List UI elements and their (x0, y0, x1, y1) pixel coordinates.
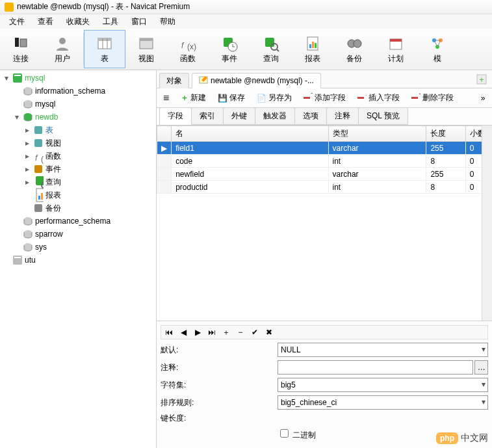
subtab-4[interactable]: 选项 (294, 107, 327, 125)
scrollbar-vertical[interactable] (482, 125, 492, 321)
binary-checkbox[interactable]: 二进制 (278, 430, 316, 440)
cell-name[interactable]: productid (172, 181, 328, 194)
first-button[interactable]: ⏮ (164, 327, 174, 337)
tree-node-报表[interactable]: 报表 (0, 189, 156, 202)
expander-icon[interactable]: ▾ (13, 112, 21, 122)
menu-help[interactable]: 帮助 (153, 16, 182, 27)
menu-tools[interactable]: 工具 (96, 16, 125, 27)
next-button[interactable]: ▶ (192, 327, 203, 337)
cancel-button[interactable]: ✖ (264, 327, 274, 337)
toolbar-query[interactable]: 查询 (250, 29, 292, 70)
tree-node-函数[interactable]: ▸f(x)函数 (0, 150, 156, 163)
minus-button[interactable]: − (235, 327, 246, 337)
cell-length[interactable]: 8 (426, 155, 465, 168)
delete-field-button[interactable]: − 删除字段 (409, 91, 456, 105)
menu-window[interactable]: 窗口 (125, 16, 153, 27)
toolbar-overflow-button[interactable]: » (478, 94, 488, 103)
tables-icon (33, 125, 44, 135)
check-button[interactable]: ✔ (250, 327, 260, 337)
toolbar-model[interactable]: 模 (417, 29, 458, 70)
cell-type[interactable]: varchar (328, 142, 426, 155)
toolbar-report[interactable]: 报表 (292, 29, 333, 70)
subtab-1[interactable]: 索引 (191, 107, 224, 125)
tree-node-查询[interactable]: ▸查询 (0, 176, 156, 189)
tree-node-utu[interactable]: utu (0, 254, 156, 267)
field-row[interactable]: newfieldvarchar2550 (157, 168, 492, 181)
svg-point-22 (354, 40, 361, 47)
last-button[interactable]: ⏭ (207, 327, 217, 337)
toolbar-user[interactable]: 用户 (42, 29, 83, 70)
save-button[interactable]: 💾 保存 (215, 91, 248, 105)
charset-combo[interactable]: big5 (278, 378, 488, 392)
tree-node-mysql[interactable]: mysql (0, 98, 156, 111)
cell-name[interactable]: field1 (172, 142, 328, 155)
comment-ellipsis-button[interactable]: … (474, 360, 488, 375)
column-header[interactable]: 名 (172, 126, 328, 142)
toolbar-table[interactable]: 表 (84, 30, 125, 68)
subtab-2[interactable]: 外键 (223, 107, 255, 125)
cell-type[interactable]: int (328, 155, 426, 168)
svg-rect-14 (265, 38, 274, 47)
toolbar-view[interactable]: 视图 (125, 29, 167, 70)
cell-name[interactable]: newfield (172, 168, 328, 181)
fields-grid[interactable]: 名类型长度小数▶field1varchar2550codeint80newfie… (157, 125, 492, 321)
subtab-6[interactable]: SQL 预览 (358, 107, 408, 125)
add-field-button[interactable]: + 添加字段 (301, 91, 348, 105)
cell-name[interactable]: code (172, 155, 328, 168)
tree-node-事件[interactable]: ▸事件 (0, 163, 156, 176)
tree-node-mysql[interactable]: ▾mysql (0, 72, 156, 85)
designer-menu-button[interactable]: ≡ (161, 91, 172, 105)
cell-length[interactable]: 8 (426, 181, 465, 194)
column-header[interactable]: 类型 (328, 126, 426, 142)
toolbar-event[interactable]: 事件 (209, 29, 250, 70)
field-row[interactable]: ▶field1varchar2550 (157, 142, 492, 155)
cell-length[interactable]: 255 (426, 142, 465, 155)
subtab-3[interactable]: 触发器 (255, 107, 295, 125)
menu-fav[interactable]: 收藏夹 (60, 16, 96, 27)
toolbar-label: 用户 (55, 53, 70, 64)
default-combo[interactable]: NULL (278, 343, 488, 357)
toolbar-func[interactable]: f(x)函数 (167, 29, 209, 70)
save-as-button[interactable]: 📄 另存为 (254, 91, 294, 105)
tree-node-performance_schema[interactable]: performance_schema (0, 215, 156, 228)
tree-node-备份[interactable]: 备份 (0, 202, 156, 215)
db-tree: ▾mysqlinformation_schemamysql▾newdb▸表▸视图… (0, 70, 156, 268)
expander-icon[interactable]: ▾ (3, 73, 10, 83)
menu-file[interactable]: 文件 (3, 16, 31, 27)
cell-length[interactable]: 255 (426, 168, 465, 181)
collation-combo[interactable]: big5_chinese_ci (278, 395, 488, 410)
tab-objects[interactable]: 对象 (159, 73, 189, 88)
tree-node-sys[interactable]: sys (0, 241, 156, 254)
column-header[interactable]: 长度 (426, 126, 465, 142)
tree-node-表[interactable]: ▸表 (0, 124, 156, 137)
subtab-0[interactable]: 字段 (159, 107, 192, 125)
expander-icon[interactable]: ▸ (23, 178, 31, 187)
comment-input[interactable] (278, 360, 473, 375)
tab-add-icon[interactable]: ＋ (474, 74, 489, 86)
menu-view[interactable]: 查看 (31, 16, 60, 27)
cell-type[interactable]: varchar (328, 168, 426, 181)
expander-icon[interactable]: ▸ (23, 165, 31, 174)
svg-text:−: − (419, 92, 421, 98)
plus-button[interactable]: ＋ (221, 327, 231, 337)
backup-icon (33, 203, 44, 213)
clock-icon (220, 34, 239, 53)
tree-node-视图[interactable]: ▸视图 (0, 137, 156, 150)
toolbar-plan[interactable]: 计划 (375, 29, 417, 70)
toolbar-connect[interactable]: 连接 (0, 29, 42, 70)
tree-node-information_schema[interactable]: information_schema (0, 85, 156, 98)
tab-designer[interactable]: newtable @newdb (mysql) -... (192, 73, 321, 88)
toolbar-backup[interactable]: 备份 (333, 29, 375, 70)
tree-node-newdb[interactable]: ▾newdb (0, 111, 156, 124)
prev-button[interactable]: ◀ (178, 327, 188, 337)
subtab-5[interactable]: 注释 (326, 107, 359, 125)
field-row[interactable]: codeint80 (157, 155, 492, 168)
field-row[interactable]: productidint80 (157, 181, 492, 194)
expander-icon[interactable]: ▸ (23, 138, 31, 148)
expander-icon[interactable]: ▸ (23, 152, 31, 161)
cell-type[interactable]: int (328, 181, 426, 194)
insert-field-button[interactable]: ↓ 插入字段 (355, 91, 402, 105)
new-button[interactable]: ＋ 新建 (178, 91, 209, 105)
tree-node-sparrow[interactable]: sparrow (0, 228, 156, 241)
expander-icon[interactable]: ▸ (23, 125, 31, 135)
